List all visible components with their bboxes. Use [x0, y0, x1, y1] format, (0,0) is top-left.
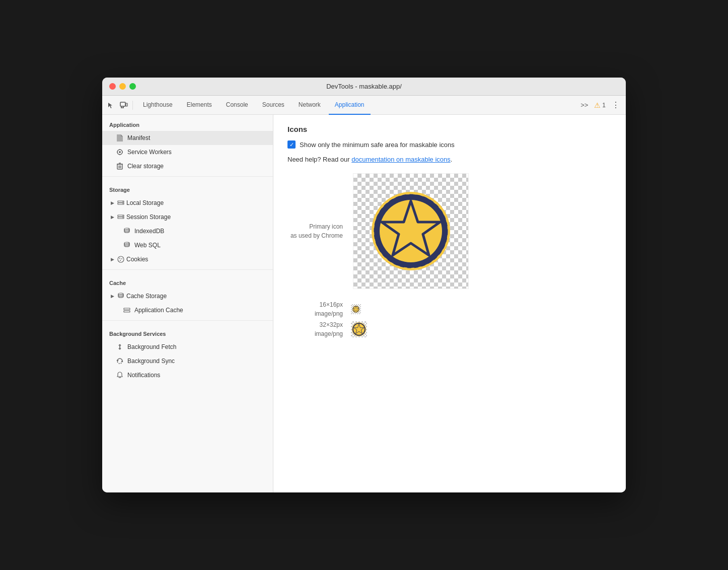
icon-16-svg — [352, 305, 360, 313]
sidebar-item-local-storage[interactable]: ▶ Local Storage — [102, 196, 273, 210]
more-tabs-button[interactable]: >> — [578, 101, 590, 109]
sidebar-item-session-storage[interactable]: ▶ Session Storage — [102, 210, 273, 224]
traffic-lights — [109, 83, 136, 90]
session-storage-icon — [117, 213, 124, 221]
notifications-label: Notifications — [127, 372, 160, 379]
svg-point-23 — [122, 216, 123, 217]
titlebar: DevTools - maskable.app/ — [102, 78, 626, 96]
tab-lighthouse[interactable]: Lighthouse — [137, 96, 179, 115]
icon-32-size: 32×32px — [320, 321, 343, 328]
devtools-window: DevTools - maskable.app/ Lighthouse — [102, 78, 626, 492]
primary-icon-display: Primary icon as used by Chrome — [287, 173, 612, 289]
svg-point-32 — [120, 260, 121, 261]
sidebar-item-manifest[interactable]: Manifest — [102, 131, 273, 145]
primary-icon-labels: Primary icon as used by Chrome — [287, 173, 343, 289]
service-workers-icon — [116, 149, 123, 156]
svg-rect-0 — [120, 102, 125, 106]
expand-arrow-cache-storage: ▶ — [109, 293, 115, 299]
svg-rect-1 — [126, 103, 127, 106]
icon-32-preview — [351, 321, 367, 337]
icon-16-type: image/png — [315, 310, 343, 317]
tab-elements[interactable]: Elements — [181, 96, 218, 115]
sidebar-item-clear-storage[interactable]: Clear storage — [102, 159, 273, 173]
svg-rect-35 — [124, 308, 130, 310]
tab-application[interactable]: Application — [329, 96, 371, 115]
application-cache-icon — [123, 307, 130, 314]
background-fetch-icon — [116, 343, 123, 350]
device-icon[interactable] — [119, 101, 128, 110]
sidebar-item-service-workers[interactable]: Service Workers — [102, 145, 273, 159]
local-storage-label: Local Storage — [126, 199, 164, 206]
icons-title: Icons — [287, 125, 612, 133]
help-link[interactable]: documentation on maskable icons — [351, 156, 451, 163]
checkmark-icon: ✓ — [289, 142, 294, 148]
toolbar-icons — [106, 101, 133, 110]
close-button[interactable] — [109, 83, 116, 90]
fullscreen-button[interactable] — [129, 83, 136, 90]
menu-button[interactable]: ⋮ — [610, 100, 622, 110]
icon-32-row: 32×32px image/png — [287, 321, 612, 337]
application-cache-label: Application Cache — [134, 307, 183, 314]
content-area: Application Manifest — [102, 115, 626, 492]
checkbox-label: Show only the minimum safe area for mask… — [300, 141, 455, 149]
tab-network[interactable]: Network — [293, 96, 327, 115]
primary-icon-label-2: as used by Chrome — [290, 232, 343, 239]
warning-badge: ⚠ 1 — [594, 101, 606, 109]
tab-sources[interactable]: Sources — [256, 96, 290, 115]
storage-section-header: Storage — [102, 180, 273, 196]
sidebar-item-notifications[interactable]: Notifications — [102, 368, 273, 382]
sidebar-item-background-fetch[interactable]: Background Fetch — [102, 340, 273, 354]
cookies-icon — [117, 256, 124, 263]
background-sync-icon — [116, 358, 123, 365]
sidebar-item-web-sql[interactable]: Web SQL — [102, 238, 273, 252]
sidebar-item-background-sync[interactable]: Background Sync — [102, 354, 273, 368]
primary-icon-label-1: Primary icon — [309, 223, 343, 230]
svg-rect-36 — [124, 311, 130, 312]
sidebar-item-cookies[interactable]: ▶ Cookies — [102, 252, 273, 266]
expand-arrow-local-storage: ▶ — [109, 200, 115, 206]
icon-32-svg — [351, 321, 367, 337]
manifest-icon — [116, 134, 123, 141]
svg-point-30 — [119, 258, 120, 259]
sidebar: Application Manifest — [102, 115, 273, 492]
minimize-button[interactable] — [119, 83, 126, 90]
cookies-label: Cookies — [126, 256, 148, 263]
cursor-icon[interactable] — [106, 101, 115, 110]
cache-storage-label: Cache Storage — [126, 293, 167, 300]
help-suffix: . — [451, 156, 453, 163]
help-prefix: Need help? Read our — [287, 156, 351, 163]
svg-point-34 — [118, 295, 123, 297]
checkbox-row: ✓ Show only the minimum safe area for ma… — [287, 140, 612, 149]
svg-point-24 — [122, 218, 123, 219]
svg-point-6 — [119, 151, 121, 153]
clear-storage-label: Clear storage — [127, 163, 164, 170]
maskable-checkbox[interactable]: ✓ — [287, 140, 296, 149]
expand-arrow-cookies: ▶ — [109, 256, 115, 262]
background-fetch-label: Background Fetch — [127, 343, 176, 350]
warning-icon: ⚠ — [594, 101, 601, 109]
web-sql-icon — [123, 242, 130, 249]
sidebar-item-application-cache[interactable]: Application Cache — [102, 303, 273, 317]
sidebar-item-indexeddb[interactable]: IndexedDB — [102, 224, 273, 238]
sidebar-item-cache-storage[interactable]: ▶ Cache Storage — [102, 289, 273, 303]
icon-32-type: image/png — [315, 330, 343, 337]
main-content: Icons ✓ Show only the minimum safe area … — [273, 115, 626, 492]
icon-16-size: 16×16px — [320, 301, 343, 308]
cache-storage-icon — [117, 293, 124, 300]
icon-16-row: 16×16px image/png — [287, 301, 612, 317]
svg-point-20 — [122, 203, 123, 204]
svg-point-31 — [121, 258, 122, 259]
clear-storage-icon — [116, 163, 123, 170]
background-section-header: Background Services — [102, 324, 273, 340]
help-text: Need help? Read our documentation on mas… — [287, 156, 612, 163]
expand-arrow-session-storage: ▶ — [109, 214, 115, 220]
maskable-icon-svg — [366, 186, 456, 276]
tab-console[interactable]: Console — [220, 96, 254, 115]
icon-32-info: 32×32px image/png — [287, 321, 343, 337]
toolbar: Lighthouse Elements Console Sources Netw… — [102, 96, 626, 115]
window-title: DevTools - maskable.app/ — [326, 83, 402, 90]
local-storage-icon — [117, 199, 124, 206]
svg-point-29 — [118, 256, 124, 262]
notifications-icon — [116, 372, 123, 379]
warning-count: 1 — [602, 102, 606, 109]
